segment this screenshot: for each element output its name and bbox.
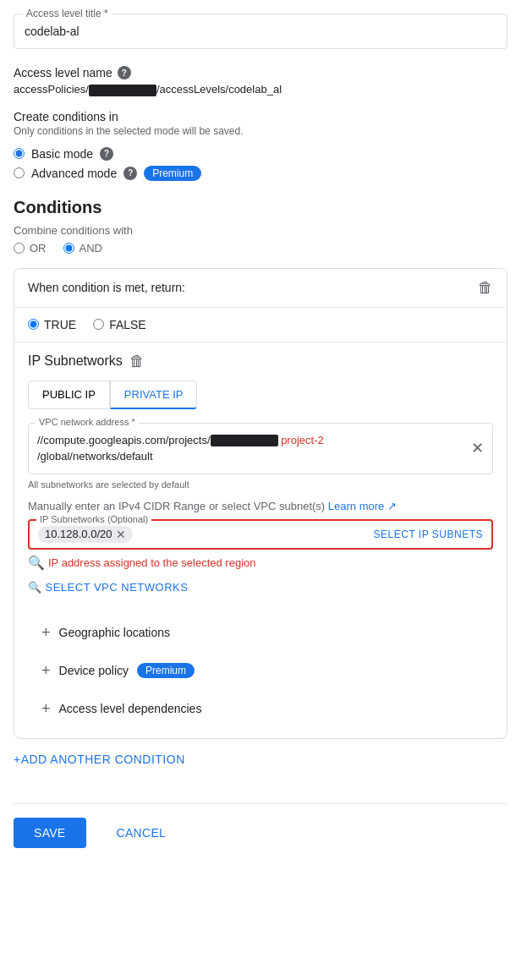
access-level-title-input-wrapper: Access level title * [14,14,507,49]
learn-more-label: Learn more [328,500,384,512]
false-option: FALSE [93,318,146,331]
access-level-dependencies-section[interactable]: + Access level dependencies [28,690,493,728]
access-level-title-input[interactable] [25,25,496,38]
conditions-title: Conditions [14,198,507,217]
combine-or-radio[interactable] [14,243,25,254]
search-icon: 🔍 [28,555,45,571]
true-label: TRUE [44,318,76,331]
vpc-project-highlight: project-2 [281,434,324,446]
access-level-title-label: Access level title * [23,8,112,19]
vpc-suffix: /global/networks/default [37,450,153,463]
access-level-name-label: Access level name [14,66,112,79]
access-level-name-value: accessPolicies/ /accessLevels/codelab_al [14,83,507,96]
action-buttons: SAVE CANCEL [14,818,507,848]
basic-mode-option: Basic mode ? [14,147,507,161]
access-level-dependencies-label: Access level dependencies [59,702,202,715]
cancel-button[interactable]: CANCEL [96,818,187,848]
ip-subnet-row: 10.128.0.0/20 ✕ SELECT IP SUBNETS [38,526,483,543]
advanced-mode-premium-badge: Premium [144,166,201,181]
advanced-mode-radio[interactable] [14,167,25,178]
true-option: TRUE [28,318,76,331]
return-false-radio[interactable] [93,319,104,330]
ip-chip-remove-icon[interactable]: ✕ [116,528,126,541]
ip-error-text: IP address assigned to the selected regi… [48,556,255,569]
learn-more-link[interactable]: Learn more ↗ [328,500,397,512]
select-ip-subnets-button[interactable]: SELECT IP SUBNETS [374,528,483,540]
delete-condition-icon[interactable]: 🗑 [478,279,493,297]
add-condition-wrapper: +ADD ANOTHER CONDITION [14,753,507,786]
ip-subnetworks-label: IP Subnetworks [28,353,123,369]
access-level-name-section: Access level name ? accessPolicies/ /acc… [14,66,507,96]
ip-chip-value: 10.128.0.0/20 [45,528,112,540]
combine-label: Combine conditions with [14,224,507,237]
vpc-network-address-wrapper: VPC network address * //compute.googleap… [28,423,493,474]
basic-mode-radio[interactable] [14,148,25,159]
cidr-hint-text: Manually enter an IPv4 CIDR Range or sel… [28,500,325,512]
select-vpc-networks-button[interactable]: 🔍 SELECT VPC NETWORKS [28,581,493,594]
vpc-prefix: //compute.googleapis.com/projects/ [37,434,211,446]
save-button[interactable]: SAVE [14,818,86,848]
ip-subnet-optional-wrapper: IP Subnetworks (Optional) 10.128.0.0/20 … [28,519,493,550]
search-vpc-icon: 🔍 [28,581,42,594]
device-policy-section[interactable]: + Device policy Premium [28,652,493,690]
basic-mode-label[interactable]: Basic mode [31,147,93,161]
ip-chip: 10.128.0.0/20 ✕ [38,526,133,543]
geographic-locations-label: Geographic locations [59,626,171,639]
combine-and-radio[interactable] [63,243,74,254]
advanced-mode-option: Advanced mode ? Premium [14,166,507,181]
select-vpc-label: SELECT VPC NETWORKS [46,581,189,594]
access-level-name-prefix: accessPolicies/ [14,83,89,96]
access-level-title-section: Access level title * [14,14,507,49]
combine-or-label: OR [30,242,47,255]
basic-mode-help-icon[interactable]: ? [100,147,113,161]
false-label: FALSE [109,318,146,331]
device-policy-expand-icon: + [41,662,51,680]
ip-subnetworks-title: IP Subnetworks 🗑 [28,353,493,370]
ip-tabs: PUBLIC IP PRIVATE IP [28,381,493,409]
access-level-name-redacted [89,85,156,96]
device-policy-label: Device policy [59,664,129,677]
delete-ip-subnetworks-icon[interactable]: 🗑 [129,353,145,370]
create-conditions-hint: Only conditions in the selected mode wil… [14,125,507,137]
condition-card-header: When condition is met, return: 🗑 [14,269,507,308]
create-conditions-label: Create conditions in [14,110,507,123]
advanced-mode-help-icon[interactable]: ? [123,167,137,180]
cidr-hint: Manually enter an IPv4 CIDR Range or sel… [28,500,493,512]
vpc-field-label: VPC network address * [36,417,139,427]
vpc-field-value: //compute.googleapis.com/projects/ proje… [37,432,462,465]
combine-and-option: AND [63,242,102,255]
conditions-section: Conditions Combine conditions with OR AN… [14,198,507,739]
ip-subnetworks-section: IP Subnetworks 🗑 PUBLIC IP PRIVATE IP VP… [14,342,507,738]
combine-and-label: AND [80,242,102,255]
add-another-condition-link[interactable]: +ADD ANOTHER CONDITION [14,753,185,766]
create-conditions-section: Create conditions in Only conditions in … [14,110,507,181]
access-level-dependencies-expand-icon: + [41,700,51,718]
private-ip-tab[interactable]: PRIVATE IP [110,381,198,409]
ip-error-message: 🔍 IP address assigned to the selected re… [28,555,493,571]
access-level-name-help-icon[interactable]: ? [118,66,131,79]
return-label: When condition is met, return: [28,281,185,294]
geographic-locations-section[interactable]: + Geographic locations [28,614,493,652]
divider [14,803,507,804]
advanced-mode-label[interactable]: Advanced mode [31,167,117,180]
return-true-radio[interactable] [28,319,39,330]
access-level-name-label-row: Access level name ? [14,66,507,79]
access-level-name-suffix: /accessLevels/codelab_al [156,83,282,96]
combine-radios: OR AND [14,242,507,255]
combine-or-option: OR [14,242,47,255]
geographic-locations-expand-icon: + [41,624,51,642]
vpc-redacted [211,435,278,446]
device-policy-premium-badge: Premium [137,663,195,678]
vpc-close-icon[interactable]: ✕ [471,439,484,457]
public-ip-tab[interactable]: PUBLIC IP [28,381,110,409]
ip-subnet-label: IP Subnetworks (Optional) [36,514,151,524]
true-false-radios: TRUE FALSE [14,308,507,342]
condition-card: When condition is met, return: 🗑 TRUE FA… [14,268,507,739]
vpc-hint: All subnetworks are selected by default [28,479,493,490]
